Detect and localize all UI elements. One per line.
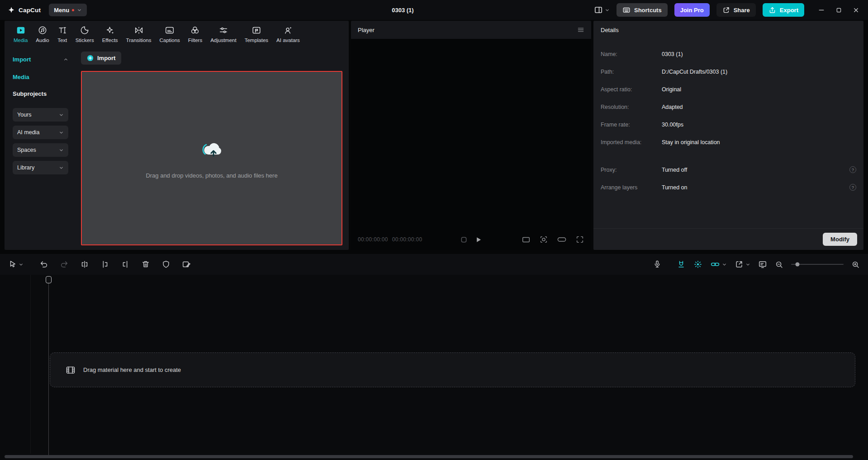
tab-label: Captions [159,38,180,43]
details-title: Details [593,21,863,39]
media-sidebar: Import Media Subprojects Yours AI media … [5,46,75,250]
layout-icon [594,5,603,14]
zoom-out-button[interactable] [775,260,783,269]
sidebar-item-media[interactable]: Media [13,74,68,80]
sidebar-item-library[interactable]: Library [13,161,68,174]
chevron-up-icon [63,57,68,62]
tab-label: Effects [102,38,118,43]
main-track-magnet-toggle[interactable] [677,260,686,269]
detail-value: Original [662,86,681,93]
sidebar-label: AI media [17,129,39,136]
audio-icon [38,25,47,35]
sidebar-item-spaces[interactable]: Spaces [13,143,68,157]
auto-snap-toggle[interactable] [693,260,702,269]
playhead-line [48,283,49,456]
media-import-dropzone[interactable]: Drag and drop videos, photos, and audio … [81,71,342,245]
detail-row-arrange-layers: Arrange layers Turned on ? [601,184,856,191]
tab-templates[interactable]: Templates [241,25,272,43]
import-button-label: Import [97,55,115,61]
mask-button[interactable] [161,260,171,269]
select-tool-button[interactable] [8,260,24,269]
voiceover-button[interactable] [653,260,662,269]
detail-label: Path: [601,68,662,75]
menu-label: Menu [54,7,69,14]
fit-view-icon[interactable] [539,235,548,244]
tab-adjustment[interactable]: Adjustment [207,25,240,43]
maximize-icon [835,7,842,14]
wide-ratio-icon[interactable] [557,235,567,244]
layout-switch-button[interactable] [594,5,610,14]
tab-label: Filters [188,38,202,43]
playhead[interactable] [46,276,52,283]
split-button[interactable] [80,260,89,269]
delete-right-button[interactable] [121,260,130,269]
close-button[interactable] [847,0,864,20]
shortcuts-button[interactable]: Shortcuts [617,3,668,17]
timeline[interactable]: Drag material here and start to create [0,275,868,460]
spacer [601,156,856,166]
play-icon[interactable] [474,236,482,244]
share-button[interactable]: Share [716,3,756,17]
undo-button[interactable] [39,260,48,269]
tab-stickers[interactable]: Stickers [72,25,98,43]
timeline-zoom-slider[interactable] [791,264,844,265]
adjustment-icon [218,25,228,35]
tab-media[interactable]: Media [10,25,31,43]
fullscreen-icon[interactable] [575,235,584,244]
edit-button[interactable] [182,260,191,269]
cloud-upload-icon [199,138,225,160]
starburst-icon [693,260,702,269]
effects-icon [105,25,115,35]
sidebar-item-ai-media[interactable]: AI media [13,126,68,139]
detail-row-path: Path: D:/CapCut Drafts/0303 (1) [601,68,856,75]
track-resize-button[interactable] [735,260,750,269]
undo-icon [39,260,48,269]
help-icon[interactable]: ? [849,184,856,191]
tab-filters[interactable]: Filters [185,25,206,43]
redo-button[interactable] [60,260,69,269]
horizontal-scrollbar[interactable] [5,455,853,458]
loop-icon[interactable] [460,236,467,243]
playhead-handle[interactable] [46,276,52,283]
mask-icon [161,260,171,269]
import-button[interactable]: Import [81,52,121,65]
cursor-icon [8,260,17,269]
trash-icon [141,260,150,269]
minimize-button[interactable] [813,0,830,20]
detail-value: 0303 (1) [662,51,683,58]
project-title: 0303 (1) [392,7,413,14]
player-menu-icon[interactable] [577,26,584,33]
detail-value: Adapted [662,103,683,111]
zoom-slider-handle[interactable] [796,263,800,267]
help-icon[interactable]: ? [849,166,856,173]
tab-text[interactable]: Text [54,25,71,43]
maximize-button[interactable] [830,0,847,20]
menu-button[interactable]: Menu [49,4,87,16]
delete-button[interactable] [141,260,150,269]
export-icon [768,6,776,14]
link-toggle[interactable] [710,260,727,269]
delete-left-button[interactable] [100,260,109,269]
stickers-icon [80,25,90,35]
ratio-icon[interactable] [522,235,531,244]
tab-ai-avatars[interactable]: AI avatars [273,25,304,43]
render-quality-button[interactable] [758,260,767,269]
detail-row-aspect-ratio: Aspect ratio: Original [601,86,856,93]
tab-audio[interactable]: Audio [32,25,52,43]
tab-transitions[interactable]: Transitions [123,25,155,43]
tab-effects[interactable]: Effects [99,25,122,43]
join-pro-button[interactable]: Join Pro [674,3,710,17]
modify-button[interactable]: Modify [823,233,857,246]
tab-label: Media [14,38,28,43]
detail-label: Resolution: [601,103,662,111]
sidebar-item-import[interactable]: Import [13,56,68,63]
sidebar-item-subprojects[interactable]: Subprojects [13,90,68,97]
tab-label: Templates [245,38,268,43]
chevron-down-icon [77,8,82,13]
export-button[interactable]: Export [763,3,804,17]
tab-captions[interactable]: Captions [156,25,183,43]
zoom-in-button[interactable] [851,260,860,269]
sidebar-item-yours[interactable]: Yours [13,108,68,122]
filters-icon [190,25,200,35]
timeline-dropzone[interactable]: Drag material here and start to create [50,352,855,387]
